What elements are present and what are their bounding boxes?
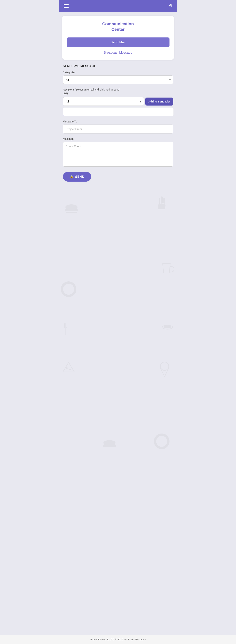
broadcast-message-button[interactable]: Broadcast Message (104, 51, 132, 54)
svg-rect-4 (159, 198, 160, 204)
menu-icon[interactable] (64, 4, 69, 8)
categories-select-wrapper: All Group A Group B ▾ (63, 76, 173, 84)
send-icon: 🔒 (70, 175, 74, 178)
svg-point-12 (160, 362, 169, 370)
svg-point-8 (66, 287, 71, 292)
sms-section: SEND SMS MESSAGE Categories All Group A … (62, 64, 174, 182)
send-mail-button[interactable]: Send Mail (67, 38, 170, 47)
send-button[interactable]: 🔒 SEND (63, 172, 91, 182)
send-button-label: SEND (75, 175, 84, 178)
recipient-select[interactable]: All Member 1 Member 2 (63, 97, 144, 106)
svg-rect-14 (164, 326, 171, 328)
svg-point-7 (62, 282, 75, 296)
add-to-send-list-button[interactable]: Add to Send List (145, 98, 173, 106)
message-to-label: Message To (63, 120, 173, 123)
svg-rect-1 (65, 209, 78, 211)
svg-rect-18 (104, 443, 115, 445)
send-list-input[interactable] (63, 108, 173, 116)
footer: Grace Fellowship LTD © 2020. All Rights … (0, 635, 236, 644)
message-textarea[interactable] (63, 142, 173, 166)
svg-rect-5 (161, 196, 163, 204)
recipient-row: All Member 1 Member 2 ▾ Add to Send List (63, 97, 173, 106)
svg-rect-0 (66, 208, 77, 209)
comm-center-title: Communication Center (67, 21, 170, 32)
svg-point-21 (155, 435, 168, 448)
message-label: Message (63, 137, 173, 140)
sms-section-title: SEND SMS MESSAGE (63, 64, 173, 68)
recipient-select-wrapper: All Member 1 Member 2 ▾ (63, 97, 144, 106)
svg-point-3 (65, 204, 77, 210)
svg-rect-19 (103, 445, 116, 447)
footer-text: Grace Fellowship LTD © 2020. All Rights … (90, 638, 146, 641)
categories-label: Categories (63, 71, 173, 74)
settings-icon[interactable]: ⚙ (169, 4, 173, 8)
svg-point-20 (103, 440, 116, 446)
main-content-area: Communication Center Send Mail Broadcast… (59, 12, 177, 635)
svg-point-13 (162, 325, 173, 329)
comm-center-card: Communication Center Send Mail Broadcast… (62, 16, 174, 60)
categories-select[interactable]: All Group A Group B (63, 76, 173, 84)
svg-point-11 (69, 369, 71, 370)
svg-rect-6 (163, 198, 165, 204)
project-email-input[interactable] (63, 124, 173, 134)
recipient-label: Recipient (Select an email and click add… (63, 88, 173, 95)
app-header: ⚙ (59, 0, 177, 12)
svg-point-10 (66, 367, 68, 369)
svg-rect-2 (66, 212, 77, 213)
